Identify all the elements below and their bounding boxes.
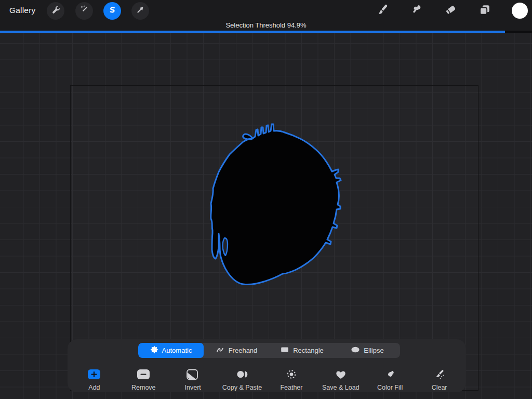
- invert-square-icon: [186, 369, 200, 382]
- squiggle-icon: [216, 345, 225, 356]
- action-label: Feather: [280, 384, 302, 391]
- brush-icon: [376, 3, 390, 19]
- mode-ellipse[interactable]: Ellipse: [335, 343, 400, 358]
- rectangle-icon: [280, 345, 289, 356]
- heart-icon: [334, 369, 348, 382]
- action-label: Invert: [185, 384, 201, 391]
- action-label: Clear: [432, 384, 447, 391]
- app-screen: Gallery: [0, 0, 532, 399]
- action-label: Add: [88, 384, 100, 391]
- layers-icon: [478, 3, 491, 19]
- paint-drop-icon: [383, 369, 397, 382]
- feather-button[interactable]: Feather: [267, 368, 316, 390]
- selection-threshold-readout: Selection Threshold 94.9%: [0, 21, 532, 29]
- mode-label: Rectangle: [293, 347, 324, 354]
- ellipse-icon: [351, 345, 360, 356]
- mode-automatic[interactable]: Automatic: [138, 343, 204, 358]
- threshold-slider-fill[interactable]: [0, 31, 505, 33]
- color-disc-icon[interactable]: [512, 3, 528, 19]
- plus-square-icon: [87, 369, 101, 382]
- magic-wand-icon: [79, 5, 89, 17]
- eraser-tool-button[interactable]: [442, 2, 459, 20]
- minus-square-icon: [137, 369, 150, 382]
- sweep-brush-icon: [433, 369, 446, 382]
- add-button[interactable]: Add: [70, 368, 119, 390]
- clear-button[interactable]: Clear: [415, 368, 464, 390]
- invert-button[interactable]: Invert: [168, 368, 218, 390]
- top-toolbar: Gallery: [0, 0, 532, 31]
- selection-actions-row: Add Remove Invert: [70, 368, 464, 390]
- wrench-icon: [50, 5, 61, 17]
- transform-button[interactable]: [131, 2, 149, 20]
- selection-options-panel: Automatic Freehand Rectangle: [68, 339, 466, 392]
- color-fill-button[interactable]: Color Fill: [365, 368, 415, 390]
- copy-circles-icon: [235, 369, 249, 382]
- selection-mode-segmented-control: Automatic Freehand Rectangle: [138, 343, 400, 358]
- smudge-tool-button[interactable]: [408, 2, 425, 20]
- action-label: Copy & Paste: [222, 384, 262, 391]
- layers-button[interactable]: [476, 2, 494, 20]
- mode-label: Ellipse: [364, 347, 383, 354]
- action-label: Color Fill: [377, 384, 403, 391]
- selection-s-icon: [107, 5, 117, 17]
- mode-rectangle[interactable]: Rectangle: [269, 343, 335, 358]
- save-load-button[interactable]: Save & Load: [316, 368, 365, 390]
- feather-dotted-circle-icon: [285, 369, 298, 382]
- smudge-finger-icon: [410, 3, 423, 19]
- eraser-icon: [444, 3, 457, 19]
- actions-button[interactable]: [47, 2, 64, 20]
- brush-tool-button[interactable]: [374, 2, 392, 20]
- mode-label: Automatic: [162, 347, 192, 354]
- selection-tool-button[interactable]: [103, 2, 121, 20]
- action-label: Remove: [131, 384, 156, 391]
- mode-freehand[interactable]: Freehand: [204, 343, 269, 358]
- gallery-button[interactable]: Gallery: [9, 6, 36, 15]
- adjustments-button[interactable]: [75, 2, 93, 20]
- mode-label: Freehand: [229, 347, 258, 354]
- copy-paste-button[interactable]: Copy & Paste: [218, 368, 267, 390]
- transform-arrow-icon: [135, 5, 145, 17]
- threshold-slider-track[interactable]: [0, 31, 532, 33]
- starburst-icon: [150, 345, 158, 355]
- action-label: Save & Load: [322, 384, 360, 391]
- remove-button[interactable]: Remove: [119, 368, 168, 390]
